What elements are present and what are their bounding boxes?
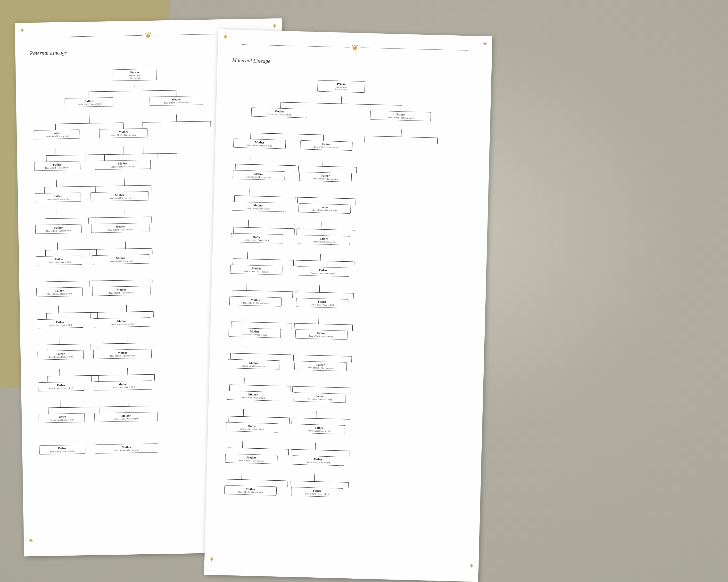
svg-line-115 — [234, 227, 294, 229]
svg-line-89 — [402, 106, 402, 112]
p-mother-l8a: Mother Date of birth | Place or birth — [93, 317, 151, 327]
svg-line-116 — [234, 227, 234, 233]
svg-line-31 — [45, 218, 96, 219]
mat-father-l1: Father Date of birth | Place or birth — [370, 111, 431, 121]
mat-mother-l3a: Mother Date of birth | Place or birth — [232, 170, 285, 181]
p-mother-l10a: Mother Date of birth | Place or birth — [94, 381, 152, 390]
svg-line-143 — [294, 323, 353, 325]
svg-line-87 — [281, 102, 402, 105]
p-father-l5a: Father Date of birth | Place or birth — [35, 224, 81, 234]
p-father-l4a: Father Date of birth | Place or birth — [35, 193, 81, 202]
svg-line-153 — [352, 356, 352, 362]
person-pob: Place or birth — [115, 76, 154, 80]
svg-line-112 — [297, 197, 298, 203]
svg-line-59 — [90, 311, 153, 312]
svg-line-91 — [251, 133, 323, 135]
mat-top-decoration: ❦ — [227, 39, 483, 56]
pages-container: ✦ ✦ ✦ ✦ ❦ Paternal Lineage — [12, 6, 716, 576]
svg-line-95 — [365, 136, 438, 138]
svg-line-151 — [294, 355, 352, 356]
mat-father-l2a: Father Date of birth | Place or birth — [300, 140, 353, 151]
svg-line-8 — [177, 114, 177, 122]
mat-mother-l8a: Mother Date of birth | Place or birth — [228, 328, 281, 338]
svg-line-150 — [318, 348, 318, 356]
p-father-l12a: Father Date of birth | Place or birth — [39, 445, 85, 454]
svg-line-144 — [294, 323, 294, 329]
svg-line-70 — [60, 369, 60, 376]
svg-line-155 — [230, 385, 290, 386]
svg-line-131 — [232, 290, 293, 292]
svg-line-93 — [323, 135, 324, 141]
svg-line-82 — [128, 399, 128, 407]
svg-line-4 — [89, 116, 89, 123]
svg-line-180 — [227, 479, 227, 485]
svg-line-167 — [292, 418, 350, 419]
svg-line-152 — [293, 355, 294, 361]
svg-line-5 — [55, 123, 123, 124]
svg-line-125 — [293, 260, 294, 266]
p-mother-l9a: Mother Date of birth | Place or birth — [93, 349, 152, 359]
mat-mother-l10a: Mother Date of birth | Place or birth — [227, 391, 279, 401]
svg-line-38 — [57, 243, 58, 250]
svg-line-51 — [89, 280, 153, 281]
svg-line-101 — [296, 166, 296, 172]
svg-line-154 — [244, 378, 244, 385]
svg-line-114 — [248, 220, 249, 227]
svg-line-23 — [45, 186, 95, 187]
svg-line-135 — [295, 292, 353, 293]
svg-line-27 — [88, 185, 151, 187]
svg-line-12 — [56, 148, 56, 156]
svg-line-79 — [48, 407, 99, 408]
svg-line-123 — [233, 258, 294, 260]
mat-father-l7a: Father Date of birth | Place or birth — [296, 298, 348, 308]
svg-line-111 — [298, 197, 356, 199]
svg-line-1 — [89, 90, 176, 92]
mat-father-l3a: Father Date of birth | Place or birth — [299, 172, 352, 182]
p-father-l7a: Father Date of birth | Place or birth — [36, 287, 83, 297]
mat-mother-l9a: Mother Date of birth | Place or birth — [228, 359, 280, 369]
svg-line-99 — [235, 164, 296, 166]
mat-mother-l7a: Mother Date of birth | Place or birth — [229, 296, 282, 306]
svg-line-106 — [249, 189, 250, 196]
mat-father-l9a: Father Date of birth | Place or birth — [294, 361, 347, 371]
svg-line-159 — [293, 386, 351, 388]
svg-line-164 — [229, 416, 229, 422]
svg-line-62 — [59, 337, 59, 344]
svg-line-50 — [126, 273, 126, 280]
p-father-l1: Father Date of birth | Place or birth — [64, 98, 113, 107]
svg-line-185 — [348, 482, 348, 489]
mat-mother-l4a: Mother Date of birth | Place or birth — [232, 201, 284, 212]
svg-line-147 — [231, 353, 291, 355]
p-mother-l5a: Mother Date of birth | Place or birth — [91, 223, 150, 233]
svg-line-104 — [298, 166, 298, 172]
svg-line-83 — [92, 406, 155, 407]
svg-line-179 — [227, 479, 288, 481]
svg-line-13 — [46, 155, 104, 156]
svg-line-96 — [365, 136, 365, 142]
svg-line-166 — [316, 411, 316, 419]
mat-father-l13a: Father Date of birth | Place or birth — [291, 487, 343, 497]
svg-line-35 — [88, 217, 152, 218]
p-mother-l4a: Mother Date of birth | Place or birth — [90, 191, 149, 201]
svg-line-100 — [235, 164, 235, 170]
svg-line-132 — [232, 290, 232, 296]
p-mother-l1: Mother Date of birth | Place or birth — [150, 96, 203, 106]
mat-mother-l5a: Mother Date of birth | Place or birth — [231, 233, 283, 244]
svg-line-102 — [323, 159, 323, 166]
svg-line-137 — [353, 294, 354, 300]
svg-line-184 — [290, 481, 290, 487]
mat-father-l12a: Father Date of birth | Place or birth — [292, 455, 344, 466]
p-mother-l2a: Mother Date of birth | Place or birth — [99, 128, 148, 138]
mat-father-l6a: Father Date of birth | Place or birth — [297, 266, 349, 277]
svg-line-170 — [242, 441, 243, 448]
svg-line-47 — [46, 281, 97, 282]
svg-line-17 — [85, 154, 158, 155]
svg-line-178 — [242, 472, 242, 480]
svg-line-21 — [104, 153, 177, 155]
svg-line-141 — [292, 323, 292, 329]
svg-line-122 — [248, 252, 248, 259]
svg-line-163 — [229, 416, 289, 418]
svg-line-78 — [60, 400, 60, 408]
svg-line-63 — [47, 344, 98, 345]
mat-father-l4a: Father Date of birth | Place or birth — [298, 203, 351, 214]
